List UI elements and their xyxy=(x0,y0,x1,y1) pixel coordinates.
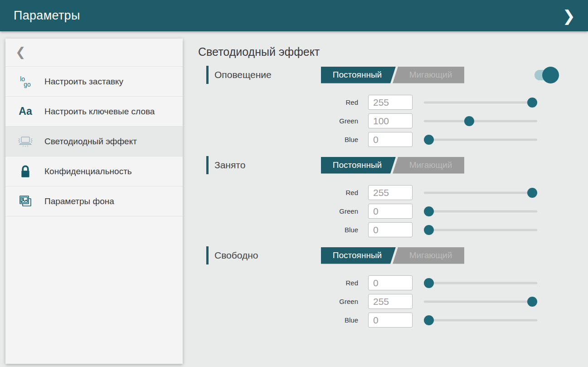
green-slider[interactable] xyxy=(424,116,537,126)
blue-label: Blue xyxy=(198,136,358,143)
blue-value-input[interactable] xyxy=(368,222,413,237)
green-value-input[interactable] xyxy=(368,294,413,309)
blue-slider-thumb[interactable] xyxy=(424,225,434,235)
sidebar-item-privacy[interactable]: Конфиденциальность xyxy=(5,157,183,186)
section-busy: Занято Постоянный Мигающий Red Green xyxy=(198,156,588,239)
red-slider[interactable] xyxy=(424,188,537,198)
green-slider-thumb[interactable] xyxy=(527,297,537,307)
sidebar-item-label: Светодиодный эффект xyxy=(44,136,137,147)
mode-option-solid[interactable]: Постоянный xyxy=(321,157,394,174)
app-header: Параметры ❯ xyxy=(0,0,588,31)
blue-slider-thumb[interactable] xyxy=(424,135,434,145)
section-accent-bar xyxy=(206,66,209,84)
sidebar-item-keywords[interactable]: Aa Настроить ключевые слова xyxy=(5,97,183,127)
mode-option-blinking[interactable]: Мигающий xyxy=(397,67,464,83)
sidebar-item-label: Настроить ключевые слова xyxy=(44,106,155,117)
green-slider[interactable] xyxy=(424,297,537,307)
red-label: Red xyxy=(198,98,358,106)
blue-label: Blue xyxy=(198,226,358,234)
sidebar-item-label: Параметры фона xyxy=(44,196,114,207)
settings-sidebar: ❮ logo Настроить заставку Aa Настроить к… xyxy=(5,39,183,364)
red-label: Red xyxy=(198,189,358,196)
blue-slider-thumb[interactable] xyxy=(424,315,434,325)
red-slider-thumb[interactable] xyxy=(527,188,537,198)
red-slider-thumb[interactable] xyxy=(424,278,434,288)
red-slider[interactable] xyxy=(424,98,537,108)
images-icon xyxy=(16,194,34,209)
green-slider-thumb[interactable] xyxy=(464,116,474,126)
section-notification: Оповещение Постоянный Мигающий Red xyxy=(198,66,588,149)
sidebar-item-screensaver[interactable]: logo Настроить заставку xyxy=(5,67,183,97)
section-title: Занято xyxy=(214,160,321,171)
chevron-left-icon: ❮ xyxy=(15,46,26,59)
blue-slider[interactable] xyxy=(424,315,537,325)
blue-label: Blue xyxy=(198,316,358,324)
green-label: Green xyxy=(198,298,358,305)
keywords-icon: Aa xyxy=(16,106,34,117)
chevron-right-icon[interactable]: ❯ xyxy=(560,6,578,25)
panel-title: Светодиодный эффект xyxy=(198,45,588,59)
green-label: Green xyxy=(198,117,358,125)
mode-segmented-control: Постоянный Мигающий xyxy=(321,157,464,174)
mode-option-blinking[interactable]: Мигающий xyxy=(397,247,464,264)
mode-option-solid[interactable]: Постоянный xyxy=(321,67,394,83)
notification-toggle[interactable] xyxy=(535,70,555,80)
mode-segmented-control: Постоянный Мигающий xyxy=(321,67,464,83)
lock-icon xyxy=(16,165,34,178)
section-free: Свободно Постоянный Мигающий Red Green xyxy=(198,246,588,329)
mode-option-solid[interactable]: Постоянный xyxy=(321,247,394,264)
green-slider[interactable] xyxy=(424,206,537,216)
red-value-input[interactable] xyxy=(368,275,413,290)
mode-segmented-control: Постоянный Мигающий xyxy=(321,247,464,264)
green-slider-thumb[interactable] xyxy=(424,206,434,216)
sidebar-item-led-effect[interactable]: Светодиодный эффект xyxy=(5,127,183,157)
sidebar-back-button[interactable]: ❮ xyxy=(5,39,183,67)
section-title: Оповещение xyxy=(214,69,321,80)
section-accent-bar xyxy=(206,156,209,174)
red-label: Red xyxy=(198,279,358,287)
logo-icon: logo xyxy=(16,76,34,87)
blue-value-input[interactable] xyxy=(368,132,413,147)
green-label: Green xyxy=(198,207,358,215)
blue-slider[interactable] xyxy=(424,225,537,235)
sidebar-item-label: Настроить заставку xyxy=(44,76,123,88)
green-value-input[interactable] xyxy=(368,204,413,219)
mode-option-blinking[interactable]: Мигающий xyxy=(397,157,464,174)
sidebar-item-background[interactable]: Параметры фона xyxy=(5,186,183,216)
blue-slider[interactable] xyxy=(424,135,537,145)
blue-value-input[interactable] xyxy=(368,313,413,328)
led-screen-icon xyxy=(16,135,34,148)
sidebar-item-label: Конфиденциальность xyxy=(44,166,132,177)
red-slider-thumb[interactable] xyxy=(527,98,537,108)
red-value-input[interactable] xyxy=(368,95,413,110)
toggle-knob xyxy=(542,67,559,83)
red-value-input[interactable] xyxy=(368,185,413,200)
green-value-input[interactable] xyxy=(368,113,413,128)
led-effect-panel: Светодиодный эффект Оповещение Постоянны… xyxy=(198,31,588,367)
red-slider[interactable] xyxy=(424,278,537,288)
page-title: Параметры xyxy=(14,9,80,23)
section-title: Свободно xyxy=(214,250,321,261)
section-accent-bar xyxy=(206,246,209,264)
